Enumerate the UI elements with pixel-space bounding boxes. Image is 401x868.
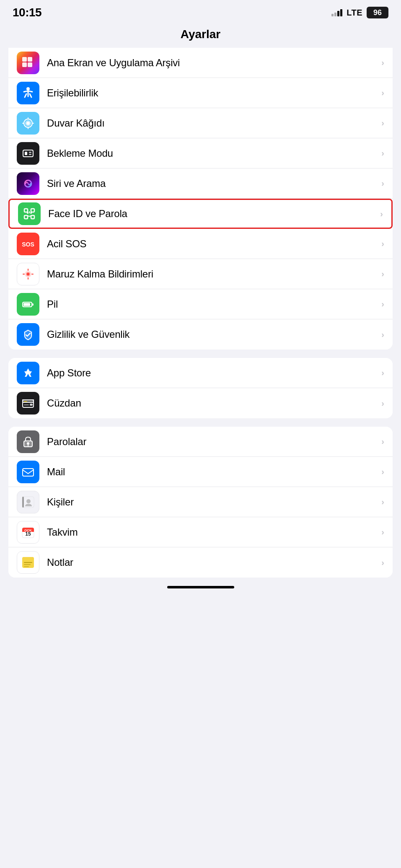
- svg-rect-28: [32, 303, 34, 306]
- faceid-icon-svg: [22, 206, 37, 221]
- chevron-icon: ›: [381, 467, 384, 477]
- lte-label: LTE: [347, 8, 362, 18]
- mail-icon: [17, 461, 39, 483]
- sidebar-item-calendar[interactable]: OCK 15 Takvim ›: [8, 517, 393, 547]
- wallet-label: Cüzdan: [47, 397, 378, 409]
- svg-rect-40: [23, 469, 34, 476]
- faceid-icon: [18, 202, 41, 225]
- chevron-icon: ›: [381, 179, 384, 188]
- privacy-icon-svg: [21, 327, 36, 342]
- svg-rect-15: [31, 215, 34, 219]
- svg-rect-9: [29, 152, 31, 153]
- sidebar-item-exposure[interactable]: Maruz Kalma Bildirimleri ›: [8, 259, 393, 289]
- notes-icon: [17, 551, 39, 574]
- battery-indicator: 96: [367, 7, 388, 18]
- sidebar-item-passwords[interactable]: Parolalar ›: [8, 427, 393, 457]
- passwords-icon: [17, 430, 39, 453]
- settings-group-3: Parolalar › Mail › Kişiler ›: [8, 427, 393, 578]
- svg-rect-51: [22, 559, 34, 561]
- wallpaper-label: Duvar Kâğıdı: [47, 117, 378, 129]
- contacts-icon: [17, 491, 39, 513]
- chevron-icon: ›: [381, 558, 384, 567]
- svg-rect-13: [31, 209, 34, 212]
- exposure-icon-svg: [21, 267, 36, 282]
- chevron-icon: ›: [381, 497, 384, 507]
- notes-icon-svg: [21, 555, 36, 570]
- svg-rect-35: [24, 404, 29, 405]
- sidebar-item-siri[interactable]: Siri ve Arama ›: [8, 168, 393, 199]
- svg-rect-42: [22, 497, 24, 508]
- chevron-icon: ›: [381, 88, 384, 98]
- passwords-icon-svg: [21, 434, 36, 449]
- svg-point-22: [27, 273, 29, 275]
- svg-rect-7: [23, 150, 33, 157]
- svg-rect-14: [24, 215, 28, 219]
- sidebar-item-battery[interactable]: Pil ›: [8, 289, 393, 319]
- chevron-icon: ›: [381, 299, 384, 309]
- sidebar-item-contacts[interactable]: Kişiler ›: [8, 487, 393, 517]
- sidebar-item-accessibility[interactable]: Erişilebilirlik ›: [8, 78, 393, 108]
- svg-rect-8: [25, 152, 27, 155]
- standby-icon-svg: [21, 146, 36, 161]
- svg-point-16: [27, 212, 28, 214]
- sos-label: Acil SOS: [47, 238, 378, 250]
- battery-icon-svg: [21, 297, 36, 312]
- svg-rect-29: [23, 303, 30, 306]
- svg-rect-2: [22, 62, 27, 67]
- battery-label: Pil: [47, 298, 378, 310]
- calendar-icon-svg: OCK 15: [21, 525, 36, 540]
- sidebar-item-home-screen[interactable]: Ana Ekran ve Uygulama Arşivi ›: [8, 48, 393, 78]
- sidebar-item-notes[interactable]: Notlar ›: [8, 547, 393, 578]
- svg-rect-34: [24, 401, 27, 402]
- appstore-icon-svg: [21, 365, 36, 381]
- svg-rect-1: [28, 57, 32, 62]
- svg-point-6: [26, 122, 30, 125]
- calendar-label: Takvim: [47, 526, 378, 538]
- page-title: Ayarlar: [181, 28, 220, 41]
- sos-icon: SOS: [17, 233, 39, 255]
- siri-icon-svg: [21, 176, 36, 191]
- sidebar-item-standby[interactable]: Bekleme Modu ›: [8, 138, 393, 168]
- svg-text:SOS: SOS: [22, 241, 34, 248]
- wallet-icon-svg: [21, 396, 36, 411]
- sidebar-item-faceid[interactable]: Face ID ve Parola ›: [8, 199, 393, 229]
- appstore-icon: [17, 362, 39, 384]
- sidebar-item-sos[interactable]: SOS Acil SOS ›: [8, 229, 393, 259]
- sidebar-item-mail[interactable]: Mail ›: [8, 457, 393, 487]
- accessibility-icon: [17, 82, 39, 104]
- home-screen-label: Ana Ekran ve Uygulama Arşivi: [47, 57, 378, 69]
- sidebar-item-appstore[interactable]: App Store ›: [8, 358, 393, 388]
- contacts-icon-svg: [21, 495, 36, 510]
- status-icons: LTE 96: [331, 7, 388, 18]
- standby-label: Bekleme Modu: [47, 148, 378, 159]
- accessibility-icon-svg: [21, 86, 36, 101]
- siri-icon: [17, 172, 39, 195]
- status-time: 10:15: [13, 6, 41, 19]
- home-screen-icon-svg: [21, 55, 36, 70]
- home-indicator: [167, 586, 234, 588]
- settings-group-2: App Store › Cüzdan ›: [8, 358, 393, 418]
- sidebar-item-privacy[interactable]: Gizlilik ve Güvenlik ›: [8, 319, 393, 350]
- page-header: Ayarlar: [0, 23, 401, 48]
- chevron-icon: ›: [381, 58, 384, 67]
- wallpaper-icon-svg: [21, 116, 36, 131]
- chevron-icon: ›: [381, 527, 384, 537]
- svg-rect-33: [30, 404, 33, 406]
- signal-bars-icon: [331, 9, 342, 16]
- settings-group-1: Ana Ekran ve Uygulama Arşivi › Erişilebi…: [8, 48, 393, 350]
- sidebar-item-wallet[interactable]: Cüzdan ›: [8, 388, 393, 418]
- mail-label: Mail: [47, 466, 378, 478]
- status-bar: 10:15 LTE 96: [0, 0, 401, 23]
- battery-icon: [17, 293, 39, 316]
- contacts-label: Kişiler: [47, 496, 378, 508]
- svg-rect-0: [22, 57, 27, 62]
- chevron-icon: ›: [381, 118, 384, 128]
- mail-icon-svg: [21, 464, 36, 479]
- sidebar-item-wallpaper[interactable]: Duvar Kâğıdı ›: [8, 108, 393, 138]
- faceid-label: Face ID ve Parola: [48, 208, 377, 220]
- standby-icon: [17, 142, 39, 165]
- svg-rect-53: [24, 564, 31, 565]
- chevron-icon: ›: [381, 330, 384, 339]
- passwords-label: Parolalar: [47, 436, 378, 448]
- siri-label: Siri ve Arama: [47, 178, 378, 189]
